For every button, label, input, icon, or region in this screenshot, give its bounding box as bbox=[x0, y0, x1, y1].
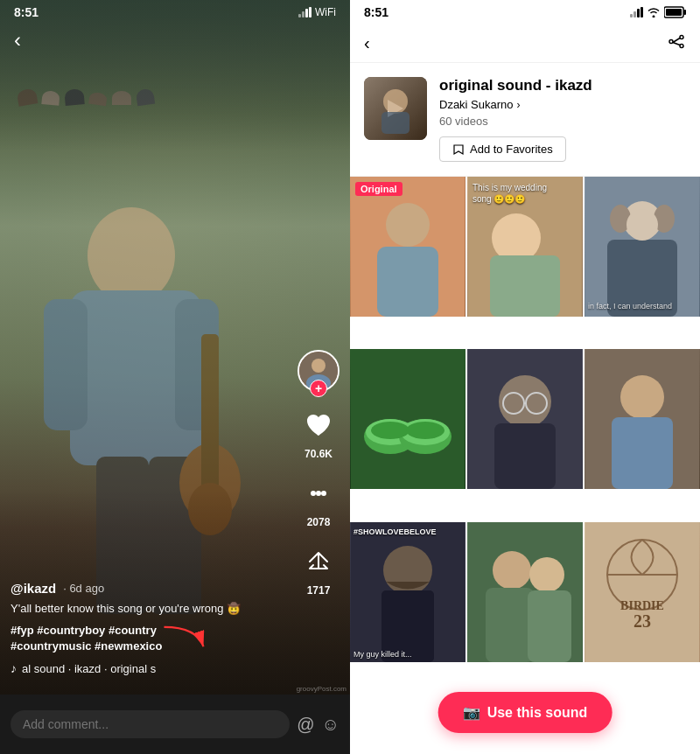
grid-item-5-content bbox=[467, 349, 583, 489]
svg-point-12 bbox=[311, 491, 316, 496]
svg-point-20 bbox=[383, 89, 408, 114]
svg-rect-55 bbox=[486, 588, 534, 662]
add-favorites-button[interactable]: Add to Favorites bbox=[439, 136, 566, 162]
svg-point-39 bbox=[371, 422, 410, 439]
svg-point-13 bbox=[316, 491, 321, 496]
svg-text:23: 23 bbox=[634, 611, 651, 631]
svg-rect-18 bbox=[666, 9, 682, 16]
right-time: 8:51 bbox=[364, 5, 388, 19]
heart-icon bbox=[299, 406, 338, 444]
share-nav-icon[interactable] bbox=[667, 31, 686, 55]
hashtags: #fyp #countryboy #country #countrymusic … bbox=[10, 623, 298, 654]
music-note-icon: ♪ bbox=[10, 661, 17, 675]
svg-point-56 bbox=[529, 557, 564, 592]
camera-icon: 📷 bbox=[463, 704, 480, 721]
creator-avatar[interactable]: + bbox=[298, 350, 340, 392]
sound-row[interactable]: ♪ al sound · ikazd · original s bbox=[10, 661, 298, 675]
arrow-indicator bbox=[158, 619, 210, 658]
share-svg bbox=[306, 549, 331, 574]
grid-item-3-bg bbox=[584, 177, 700, 317]
svg-rect-43 bbox=[494, 423, 556, 489]
bookmark-icon bbox=[452, 143, 465, 156]
grid-item-2[interactable]: This is my wedding song 🙂🙂🙂 bbox=[467, 177, 583, 317]
svg-rect-27 bbox=[490, 255, 560, 317]
comment-svg bbox=[304, 479, 332, 507]
emoji-icon[interactable]: ☺ bbox=[322, 715, 340, 735]
username-row: @ikazd · 6d ago bbox=[10, 581, 298, 596]
heart-svg bbox=[304, 411, 332, 439]
svg-rect-21 bbox=[382, 112, 410, 134]
svg-point-23 bbox=[386, 203, 430, 247]
sound-title: original sound - ikazd bbox=[439, 77, 686, 94]
like-action[interactable]: 70.6K bbox=[299, 406, 338, 460]
grid-item-1[interactable]: Original bbox=[350, 177, 466, 317]
sound-video-count: 60 videos bbox=[439, 115, 686, 128]
watermark: groovyPost.com bbox=[297, 685, 346, 693]
right-nav: ‹ bbox=[350, 24, 700, 63]
right-back-button[interactable]: ‹ bbox=[364, 33, 370, 53]
grid-item-6[interactable] bbox=[584, 349, 700, 489]
sound-text: al sound · ikazd · original s bbox=[22, 662, 156, 675]
grid-item-5[interactable] bbox=[467, 349, 583, 489]
grid-item-3-content bbox=[584, 177, 700, 317]
right-wifi-icon bbox=[647, 7, 661, 17]
like-count: 70.6K bbox=[304, 448, 332, 460]
grid-item-4[interactable] bbox=[350, 349, 466, 489]
sound-header: original sound - ikazd Dzaki Sukarno › 6… bbox=[350, 63, 700, 177]
svg-point-54 bbox=[493, 551, 531, 590]
svg-point-42 bbox=[499, 375, 551, 428]
grid-item-4-bg bbox=[350, 349, 466, 489]
grid-item-8[interactable] bbox=[467, 522, 583, 662]
left-status-icons: WiFi bbox=[298, 6, 336, 18]
use-sound-button[interactable]: 📷 Use this sound bbox=[438, 692, 612, 733]
right-panel: 8:51 ‹ bbox=[350, 0, 700, 754]
thumbnail-person bbox=[364, 77, 427, 140]
mention-icon[interactable]: @ bbox=[297, 715, 314, 735]
grid-item-7-bg bbox=[350, 522, 466, 662]
sound-author: Dzaki Sukarno bbox=[439, 98, 514, 111]
grid-item-3[interactable]: in fact, I can understand bbox=[584, 177, 700, 317]
svg-rect-57 bbox=[528, 590, 571, 662]
sound-info: original sound - ikazd Dzaki Sukarno › 6… bbox=[439, 77, 686, 162]
svg-rect-24 bbox=[377, 247, 438, 317]
grid-item-9-bg: BIRDIE 23 bbox=[584, 522, 700, 662]
svg-rect-49 bbox=[612, 417, 673, 489]
comment-input[interactable] bbox=[10, 710, 290, 738]
grid-item-2-text: This is my wedding song 🙂🙂🙂 bbox=[472, 182, 565, 205]
original-label: Original bbox=[355, 182, 402, 196]
svg-point-26 bbox=[492, 213, 541, 262]
comment-bar: @ ☺ bbox=[0, 695, 350, 754]
follow-plus-icon[interactable]: + bbox=[310, 380, 327, 397]
grid-item-5-bg bbox=[467, 349, 583, 489]
grid-item-1-content bbox=[350, 177, 466, 317]
grid-item-7-text: #SHOWLOVEBELOVE bbox=[354, 527, 437, 536]
arrow-svg bbox=[158, 619, 210, 654]
grid-item-9-content: BIRDIE 23 bbox=[584, 522, 700, 662]
sound-author-row[interactable]: Dzaki Sukarno › bbox=[439, 98, 686, 111]
right-status-icons bbox=[630, 6, 686, 18]
svg-rect-34 bbox=[351, 349, 465, 489]
grid-item-8-content bbox=[467, 522, 583, 662]
video-info: @ikazd · 6d ago Y'all better know this s… bbox=[10, 581, 298, 675]
comment-count: 2078 bbox=[307, 516, 331, 528]
use-sound-label: Use this sound bbox=[487, 705, 588, 721]
video-grid: Original This is my wedding song 🙂🙂🙂 bbox=[350, 177, 700, 693]
share-nav-svg bbox=[667, 31, 686, 51]
comment-action[interactable]: 2078 bbox=[299, 474, 338, 528]
battery-icon bbox=[664, 6, 686, 18]
back-button[interactable]: ‹ bbox=[14, 28, 21, 52]
sound-thumbnail[interactable] bbox=[364, 77, 427, 140]
svg-point-40 bbox=[406, 422, 444, 439]
svg-point-48 bbox=[620, 375, 664, 419]
comment-icon bbox=[299, 474, 338, 513]
svg-rect-17 bbox=[684, 10, 687, 15]
share-action[interactable]: 1717 bbox=[299, 542, 338, 597]
time-ago: · 6d ago bbox=[63, 582, 104, 595]
grid-item-8-bg bbox=[467, 522, 583, 662]
left-time: 8:51 bbox=[14, 5, 38, 19]
grid-item-6-content bbox=[584, 349, 700, 489]
svg-point-14 bbox=[321, 491, 326, 496]
grid-item-7[interactable]: #SHOWLOVEBELOVE My guy killed it... bbox=[350, 522, 466, 662]
grid-item-9[interactable]: BIRDIE 23 bbox=[584, 522, 700, 662]
left-status-bar: 8:51 WiFi bbox=[0, 0, 350, 24]
